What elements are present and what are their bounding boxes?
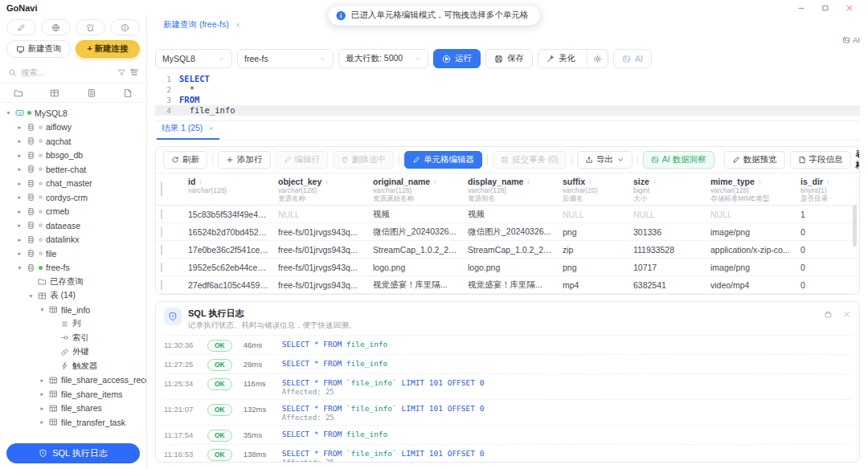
column-header-mime_type[interactable]: mime_typevarchar(128)存储标准MIME类型 [706,177,796,202]
table-cell[interactable]: image/png [706,263,796,272]
tree-item-aiflowy[interactable]: ▸aiflowy [0,120,146,135]
tree-item-chat_master[interactable]: ▸chat_master [0,177,146,191]
collapsed-arrow-icon[interactable]: ▸ [39,390,46,398]
row-checkbox[interactable] [161,263,162,272]
table-row[interactable]: 27edf6ac105c44598...free-fs/01jrvgs943q.… [156,276,859,294]
row-checkbox[interactable] [161,210,162,219]
table-row[interactable]: 1952e5c62eb44ce8...free-fs/01jrvgs943q..… [156,259,859,276]
table-row[interactable]: 15c83b5f534f49e4b...NULL视频视频NULLNULLNULL… [156,206,859,223]
commit-button[interactable]: 提交事务 (0) [493,151,567,169]
network-button[interactable] [41,19,71,35]
table-cell[interactable]: 15c83b5f534f49e4b... [183,210,273,219]
ai-button[interactable]: AI [613,49,652,68]
editor-line-4[interactable]: 4 file_info [155,105,860,116]
collapsed-arrow-icon[interactable]: ▸ [16,208,23,215]
editor-line-3[interactable]: 3FROM [155,95,860,105]
table-cell[interactable]: 视频 [463,209,558,220]
beautify-button[interactable]: 美化 [538,50,583,67]
collapsed-arrow-icon[interactable]: ▸ [16,236,23,243]
expanded-arrow-icon[interactable]: ▾ [16,264,23,271]
table-cell[interactable]: 0 [796,263,859,272]
minimize-button[interactable] [789,2,813,14]
list-tab-icon[interactable] [87,88,96,98]
table-row[interactable]: 16524b2d70bd4527...free-fs/01jrvgs943q..… [156,223,859,241]
table-cell[interactable]: 0 [796,245,859,255]
tree-item-file[interactable]: ▸file [0,247,146,261]
clear-log-icon[interactable] [824,310,833,319]
column-header-size[interactable]: sizebigint大小 [628,177,706,202]
row-checkbox[interactable] [161,280,162,290]
row-checkbox[interactable] [161,245,162,255]
expanded-arrow-icon[interactable]: ▾ [27,292,35,300]
row-checkbox[interactable] [161,227,162,237]
editor-tab[interactable]: 新建查询 (free-fs) [155,16,249,34]
new-query-button[interactable]: 新建查询 [6,40,71,58]
column-header-suffix[interactable]: suffixvarchar(20)后缀名 [558,177,628,202]
grid-tab-icon[interactable] [50,88,59,98]
collapsed-arrow-icon[interactable]: ▸ [16,194,23,201]
editor-line-2[interactable]: 2 * [155,84,860,95]
table-cell[interactable]: 视觉盛宴！库里隔... [463,279,558,291]
view-option-表格[interactable]: 表格 [856,149,860,171]
close-log-icon[interactable] [842,310,851,319]
expanded-arrow-icon[interactable]: ▾ [5,109,12,116]
table-cell[interactable]: 1952e5c62eb44ce8... [183,263,273,272]
tree-item-file_share_items[interactable]: ▸file_share_items [0,387,146,402]
sql-log-button[interactable]: SQL 执行日志 [6,443,140,463]
sort-icon[interactable] [825,179,831,185]
search-input[interactable] [21,67,113,77]
settings-button[interactable] [587,50,608,67]
field-info-button[interactable]: 字段信息 [790,151,851,169]
table-cell[interactable]: 17e0be36c2f541ce9... [183,245,273,255]
edit-row-button[interactable]: 编辑行 [276,151,329,169]
column-header-display_name[interactable]: display_namevarchar(128)资源别名 [463,177,558,202]
tree-item-free-fs[interactable]: ▾free-fs [0,261,146,275]
collapsed-arrow-icon[interactable]: ▸ [16,180,23,187]
table-cell[interactable]: logo.png [463,263,558,272]
table-cell[interactable]: application/x-zip-co... [706,245,796,255]
table-cell[interactable]: png [558,263,628,272]
table-cell[interactable]: 301336 [628,227,706,237]
results-tab-close-icon[interactable] [208,125,215,132]
table-cell[interactable]: mp4 [558,280,628,290]
sort-icon[interactable] [757,179,763,185]
collapsed-arrow-icon[interactable]: ▸ [16,124,23,131]
table-cell[interactable]: video/mp4 [706,280,796,290]
tree-item-cordys-crm[interactable]: ▸cordys-crm [0,190,146,205]
connection-select[interactable]: MySQL8 [155,49,232,68]
collapsed-arrow-icon[interactable]: ▸ [39,377,46,384]
maximize-button[interactable] [813,2,837,14]
table-cell[interactable]: free-fs/01jrvgs943q... [273,280,368,290]
ai-insight-button[interactable]: AI 数据洞察 [643,151,714,169]
database-select[interactable]: free-fs [237,49,334,68]
new-connection-button[interactable]: + 新建连接 [76,40,140,58]
tree-item-file_info[interactable]: ▾file_info [0,303,146,317]
table-cell[interactable]: 1 [796,210,859,219]
tree-item-外键[interactable]: 外键 [0,345,146,360]
smart-filter-button[interactable]: 智 [130,67,138,78]
table-cell[interactable]: logo.png [368,263,463,272]
editor-line-1[interactable]: 1SELECT [155,74,860,84]
table-cell[interactable]: png [558,227,628,237]
run-button[interactable]: 运行 [433,49,481,68]
table-cell[interactable]: NULL [273,210,368,219]
close-window-button[interactable] [837,2,862,14]
table-cell[interactable]: free-fs/01jrvgs943q... [273,227,368,237]
doc-tab-icon[interactable] [123,88,133,98]
tree-item-datalinkx[interactable]: ▸datalinkx [0,233,146,247]
results-tab[interactable]: 结果 1 (25) [157,120,219,140]
tree-item-better-chat[interactable]: ▸better-chat [0,162,146,177]
log-entry[interactable]: 11:21:07OK132msSELECT * FROM `file_info`… [164,399,851,425]
table-cell[interactable]: image/png [706,227,796,237]
sort-icon[interactable] [432,179,438,185]
save-button[interactable]: 保存 [485,49,533,68]
tree-item-file_user_favorites[interactable]: ▸file_user_favorites [0,430,146,433]
ai-corner[interactable]: AI [155,34,860,46]
log-entry[interactable]: 11:17:54OK35msSELECT * FROM file_info [164,425,851,444]
collapsed-arrow-icon[interactable]: ▸ [16,165,23,173]
table-cell[interactable]: 微信图片_20240326... [368,226,463,238]
tree-item-file_share_access_record[interactable]: ▸file_share_access_record [0,373,146,388]
collapsed-arrow-icon[interactable]: ▸ [39,405,46,412]
add-row-button[interactable]: 添加行 [218,151,271,169]
tree-item-表 (14)[interactable]: ▾表 (14) [0,289,146,304]
